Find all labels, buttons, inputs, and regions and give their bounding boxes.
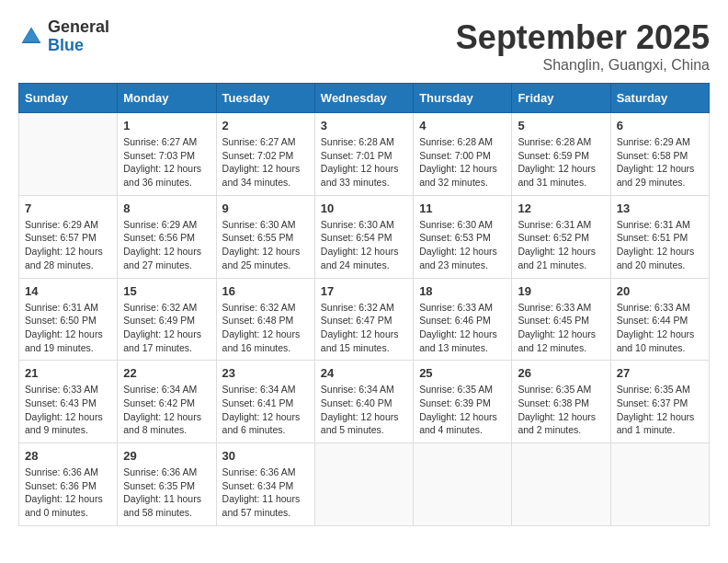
cell-content: Sunrise: 6:28 AM Sunset: 7:01 PM Dayligh… [321,135,407,190]
cell-content: Sunrise: 6:29 AM Sunset: 6:58 PM Dayligh… [617,135,703,190]
calendar-cell: 14Sunrise: 6:31 AM Sunset: 6:50 PM Dayli… [19,278,118,361]
calendar-week-3: 14Sunrise: 6:31 AM Sunset: 6:50 PM Dayli… [19,278,710,361]
calendar-week-4: 21Sunrise: 6:33 AM Sunset: 6:43 PM Dayli… [19,361,710,443]
day-number: 21 [25,366,111,380]
calendar-cell: 12Sunrise: 6:31 AM Sunset: 6:52 PM Dayli… [512,195,610,278]
cell-content: Sunrise: 6:35 AM Sunset: 6:37 PM Dayligh… [617,383,703,437]
calendar-cell: 30Sunrise: 6:36 AM Sunset: 6:34 PM Dayli… [216,443,314,526]
calendar-cell: 11Sunrise: 6:30 AM Sunset: 6:53 PM Dayli… [414,195,512,278]
calendar-cell: 13Sunrise: 6:31 AM Sunset: 6:51 PM Dayli… [610,195,709,278]
day-number: 27 [617,366,703,380]
day-number: 3 [321,119,407,132]
day-number: 25 [419,366,506,380]
day-number: 29 [123,449,210,463]
calendar-cell [414,443,512,526]
calendar-cell: 25Sunrise: 6:35 AM Sunset: 6:39 PM Dayli… [414,361,512,443]
calendar-cell [512,443,610,526]
cell-content: Sunrise: 6:36 AM Sunset: 6:34 PM Dayligh… [222,465,309,520]
day-number: 18 [419,284,506,298]
cell-content: Sunrise: 6:28 AM Sunset: 6:59 PM Dayligh… [518,135,604,190]
calendar-cell: 21Sunrise: 6:33 AM Sunset: 6:43 PM Dayli… [19,361,118,443]
day-number: 8 [123,201,210,215]
calendar-cell: 20Sunrise: 6:33 AM Sunset: 6:44 PM Dayli… [610,278,709,361]
calendar-cell: 8Sunrise: 6:29 AM Sunset: 6:56 PM Daylig… [118,195,216,278]
cell-content: Sunrise: 6:32 AM Sunset: 6:49 PM Dayligh… [123,301,210,355]
cell-content: Sunrise: 6:30 AM Sunset: 6:55 PM Dayligh… [222,218,309,272]
day-number: 23 [222,366,309,380]
logo-blue: Blue [48,37,109,55]
calendar-cell: 28Sunrise: 6:36 AM Sunset: 6:36 PM Dayli… [19,443,118,526]
calendar-cell: 22Sunrise: 6:34 AM Sunset: 6:42 PM Dayli… [118,361,216,443]
day-number: 10 [321,201,407,215]
svg-marker-1 [23,29,40,41]
day-number: 1 [123,119,210,132]
calendar-cell: 4Sunrise: 6:28 AM Sunset: 7:00 PM Daylig… [414,113,512,196]
cell-content: Sunrise: 6:33 AM Sunset: 6:45 PM Dayligh… [518,301,604,355]
day-number: 11 [419,201,506,215]
day-number: 17 [321,284,407,298]
day-number: 4 [419,119,506,132]
calendar-cell: 9Sunrise: 6:30 AM Sunset: 6:55 PM Daylig… [216,195,314,278]
calendar-cell: 16Sunrise: 6:32 AM Sunset: 6:48 PM Dayli… [216,278,314,361]
calendar-cell: 6Sunrise: 6:29 AM Sunset: 6:58 PM Daylig… [610,113,709,196]
day-number: 30 [222,449,309,463]
header-saturday: Saturday [610,84,709,113]
day-number: 14 [25,284,111,298]
calendar-cell: 10Sunrise: 6:30 AM Sunset: 6:54 PM Dayli… [314,195,413,278]
header-wednesday: Wednesday [314,84,413,113]
day-number: 7 [25,201,111,215]
day-number: 16 [222,284,309,298]
day-number: 22 [123,366,210,380]
cell-content: Sunrise: 6:33 AM Sunset: 6:43 PM Dayligh… [25,383,111,437]
cell-content: Sunrise: 6:34 AM Sunset: 6:41 PM Dayligh… [222,383,309,437]
header-tuesday: Tuesday [216,84,314,113]
calendar-cell: 2Sunrise: 6:27 AM Sunset: 7:02 PM Daylig… [216,113,314,196]
cell-content: Sunrise: 6:30 AM Sunset: 6:53 PM Dayligh… [419,218,506,272]
day-number: 5 [518,119,604,132]
calendar-cell: 5Sunrise: 6:28 AM Sunset: 6:59 PM Daylig… [512,113,610,196]
cell-content: Sunrise: 6:36 AM Sunset: 6:35 PM Dayligh… [123,465,210,520]
day-number: 15 [123,284,210,298]
day-number: 6 [617,119,703,132]
calendar-cell: 3Sunrise: 6:28 AM Sunset: 7:01 PM Daylig… [314,113,413,196]
calendar-cell: 23Sunrise: 6:34 AM Sunset: 6:41 PM Dayli… [216,361,314,443]
calendar-cell [314,443,413,526]
cell-content: Sunrise: 6:29 AM Sunset: 6:56 PM Dayligh… [123,218,210,272]
logo-general: General [48,18,109,37]
calendar-week-2: 7Sunrise: 6:29 AM Sunset: 6:57 PM Daylig… [19,195,710,278]
cell-content: Sunrise: 6:35 AM Sunset: 6:39 PM Dayligh… [419,383,506,437]
page-header: General Blue September 2025 Shanglin, Gu… [18,18,710,74]
day-number: 12 [518,201,604,215]
calendar-week-5: 28Sunrise: 6:36 AM Sunset: 6:36 PM Dayli… [19,443,710,526]
cell-content: Sunrise: 6:27 AM Sunset: 7:03 PM Dayligh… [123,135,210,190]
day-number: 9 [222,201,309,215]
cell-content: Sunrise: 6:30 AM Sunset: 6:54 PM Dayligh… [321,218,407,272]
calendar-cell [19,113,118,196]
day-number: 2 [222,119,309,132]
calendar-table: SundayMondayTuesdayWednesdayThursdayFrid… [18,83,710,526]
cell-content: Sunrise: 6:29 AM Sunset: 6:57 PM Dayligh… [25,218,111,272]
logo-text: General Blue [48,18,109,55]
header-friday: Friday [512,84,610,113]
day-number: 19 [518,284,604,298]
calendar-cell: 26Sunrise: 6:35 AM Sunset: 6:38 PM Dayli… [512,361,610,443]
cell-content: Sunrise: 6:34 AM Sunset: 6:40 PM Dayligh… [321,383,407,437]
cell-content: Sunrise: 6:28 AM Sunset: 7:00 PM Dayligh… [419,135,506,190]
location-title: Shanglin, Guangxi, China [456,57,710,74]
cell-content: Sunrise: 6:32 AM Sunset: 6:48 PM Dayligh… [222,301,309,355]
cell-content: Sunrise: 6:36 AM Sunset: 6:36 PM Dayligh… [25,465,111,520]
day-number: 13 [617,201,703,215]
cell-content: Sunrise: 6:27 AM Sunset: 7:02 PM Dayligh… [222,135,309,190]
header-monday: Monday [118,84,216,113]
cell-content: Sunrise: 6:32 AM Sunset: 6:47 PM Dayligh… [321,301,407,355]
header-sunday: Sunday [19,84,118,113]
cell-content: Sunrise: 6:31 AM Sunset: 6:52 PM Dayligh… [518,218,604,272]
logo-icon [18,24,44,50]
cell-content: Sunrise: 6:35 AM Sunset: 6:38 PM Dayligh… [518,383,604,437]
calendar-cell: 18Sunrise: 6:33 AM Sunset: 6:46 PM Dayli… [414,278,512,361]
day-number: 24 [321,366,407,380]
day-number: 20 [617,284,703,298]
cell-content: Sunrise: 6:31 AM Sunset: 6:51 PM Dayligh… [617,218,703,272]
calendar-cell: 17Sunrise: 6:32 AM Sunset: 6:47 PM Dayli… [314,278,413,361]
title-block: September 2025 Shanglin, Guangxi, China [456,18,710,74]
